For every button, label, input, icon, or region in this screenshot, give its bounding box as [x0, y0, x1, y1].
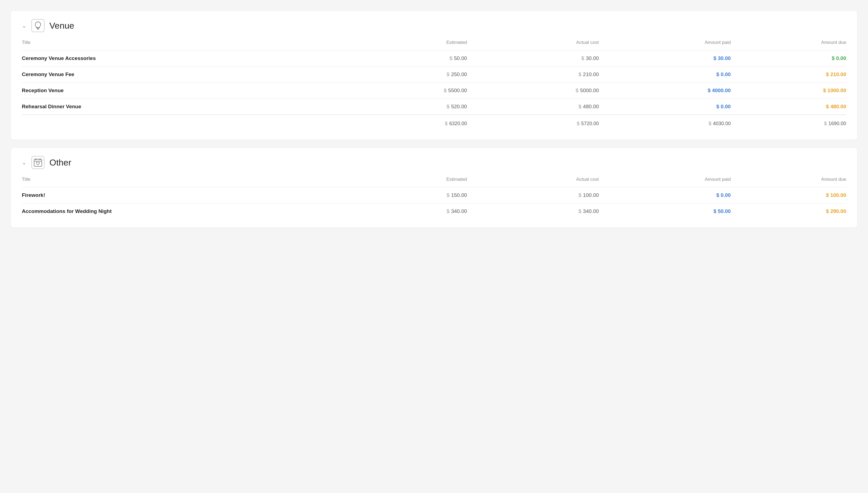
col-header-estimated: Estimated: [335, 40, 467, 50]
actual-value: 30.00: [586, 55, 599, 61]
row-amount-due: $ 100.00: [731, 187, 846, 203]
section-title-other: Other: [49, 157, 71, 168]
dollar-sign-icon: $: [826, 208, 830, 214]
chevron-down-icon[interactable]: ⌄: [22, 22, 26, 29]
row-amount-paid: $ 50.00: [599, 203, 731, 219]
col-header-estimated: Estimated: [335, 177, 467, 187]
row-actual-cost: $480.00: [467, 99, 599, 115]
row-title: Accommodations for Wedding Night: [22, 203, 335, 219]
row-title: Firework!: [22, 187, 335, 203]
paid-value: $ 30.00: [713, 55, 731, 61]
row-estimated: $50.00: [335, 50, 467, 66]
dollar-sign-icon: $: [708, 88, 712, 93]
col-header-amount_paid: Amount paid: [599, 40, 731, 50]
paid-value: $ 4000.00: [708, 88, 731, 93]
table-row: Ceremony Venue Fee$250.00$210.00$ 0.00$ …: [22, 66, 846, 83]
row-estimated: $250.00: [335, 66, 467, 83]
row-amount-paid: $ 0.00: [599, 187, 731, 203]
row-estimated: $520.00: [335, 99, 467, 115]
row-estimated: $150.00: [335, 187, 467, 203]
paid-value: $ 0.00: [716, 192, 731, 198]
row-actual-cost: $100.00: [467, 187, 599, 203]
col-header-amount_due: Amount due: [731, 40, 846, 50]
estimated-value: 5500.00: [448, 88, 467, 93]
row-amount-paid: $ 0.00: [599, 99, 731, 115]
dollar-sign-icon: $: [823, 88, 827, 93]
dollar-sign-icon: $: [713, 55, 718, 61]
row-amount-due: $ 0.00: [731, 50, 846, 66]
col-header-amount_paid: Amount paid: [599, 177, 731, 187]
dollar-sign-icon: $: [709, 121, 711, 126]
actual-value: 210.00: [583, 71, 599, 77]
table-venue: TitleEstimatedActual costAmount paidAmou…: [22, 40, 846, 131]
section-header-venue: ⌄ Venue: [22, 19, 846, 32]
dollar-sign-icon: $: [577, 121, 580, 126]
dollar-sign-icon: $: [449, 55, 452, 61]
section-title-venue: Venue: [49, 21, 74, 31]
row-actual-cost: $30.00: [467, 50, 599, 66]
col-header-actual_cost: Actual cost: [467, 40, 599, 50]
row-actual-cost: $210.00: [467, 66, 599, 83]
dollar-sign-icon: $: [579, 104, 581, 109]
due-value: $ 0.00: [832, 55, 846, 61]
actual-value: 100.00: [583, 192, 599, 198]
row-title: Ceremony Venue Fee: [22, 66, 335, 83]
dollar-sign-icon: $: [579, 208, 581, 214]
row-amount-due: $ 480.00: [731, 99, 846, 115]
actual-value: 5000.00: [580, 88, 599, 93]
paid-value: $ 0.00: [716, 71, 731, 77]
row-title: Rehearsal Dinner Venue: [22, 99, 335, 115]
row-amount-due: $ 290.00: [731, 203, 846, 219]
table-other: TitleEstimatedActual costAmount paidAmou…: [22, 177, 846, 219]
paid-value: $ 0.00: [716, 104, 731, 109]
row-amount-due: $ 1000.00: [731, 83, 846, 99]
section-venue: ⌄ VenueTitleEstimatedActual costAmount p…: [11, 11, 857, 140]
totals-value: 4030.00: [713, 121, 731, 126]
row-title: Ceremony Venue Accessories: [22, 50, 335, 66]
dollar-sign-icon: $: [576, 88, 579, 93]
section-header-other: ⌄ Other: [22, 156, 846, 169]
dollar-sign-icon: $: [826, 104, 830, 109]
row-actual-cost: $340.00: [467, 203, 599, 219]
row-amount-due: $ 210.00: [731, 66, 846, 83]
dollar-sign-icon: $: [826, 192, 830, 198]
row-estimated: $5500.00: [335, 83, 467, 99]
due-value: $ 290.00: [826, 208, 846, 214]
totals-paid: $4030.00: [599, 115, 731, 132]
totals-empty: [22, 115, 335, 132]
dollar-sign-icon: $: [716, 192, 721, 198]
row-amount-paid: $ 0.00: [599, 66, 731, 83]
col-header-title: Title: [22, 40, 335, 50]
dollar-sign-icon: $: [579, 192, 581, 198]
row-estimated: $340.00: [335, 203, 467, 219]
table-row: Rehearsal Dinner Venue$520.00$480.00$ 0.…: [22, 99, 846, 115]
heart-calendar-icon: [32, 156, 44, 169]
due-value: $ 100.00: [826, 192, 846, 198]
paid-value: $ 50.00: [713, 208, 731, 214]
estimated-value: 520.00: [451, 104, 467, 109]
dollar-sign-icon: $: [826, 71, 830, 77]
estimated-value: 340.00: [451, 208, 467, 214]
dollar-sign-icon: $: [581, 55, 584, 61]
estimated-value: 250.00: [451, 71, 467, 77]
due-value: $ 210.00: [826, 71, 846, 77]
dollar-sign-icon: $: [824, 121, 827, 126]
actual-value: 340.00: [583, 208, 599, 214]
table-row: Reception Venue$5500.00$5000.00$ 4000.00…: [22, 83, 846, 99]
bulb-icon: [32, 19, 44, 32]
dollar-sign-icon: $: [579, 71, 581, 77]
dollar-sign-icon: $: [713, 208, 718, 214]
totals-value: 1690.00: [828, 121, 846, 126]
totals-value: 5720.00: [581, 121, 599, 126]
due-value: $ 1000.00: [823, 88, 846, 93]
totals-due: $1690.00: [731, 115, 846, 132]
totals-row: $6320.00$5720.00$4030.00$1690.00: [22, 115, 846, 132]
dollar-sign-icon: $: [716, 71, 721, 77]
dollar-sign-icon: $: [447, 192, 449, 198]
dollar-sign-icon: $: [832, 55, 836, 61]
dollar-sign-icon: $: [444, 88, 447, 93]
totals-value: 6320.00: [449, 121, 467, 126]
chevron-down-icon[interactable]: ⌄: [22, 159, 26, 166]
dollar-sign-icon: $: [447, 104, 449, 109]
estimated-value: 150.00: [451, 192, 467, 198]
